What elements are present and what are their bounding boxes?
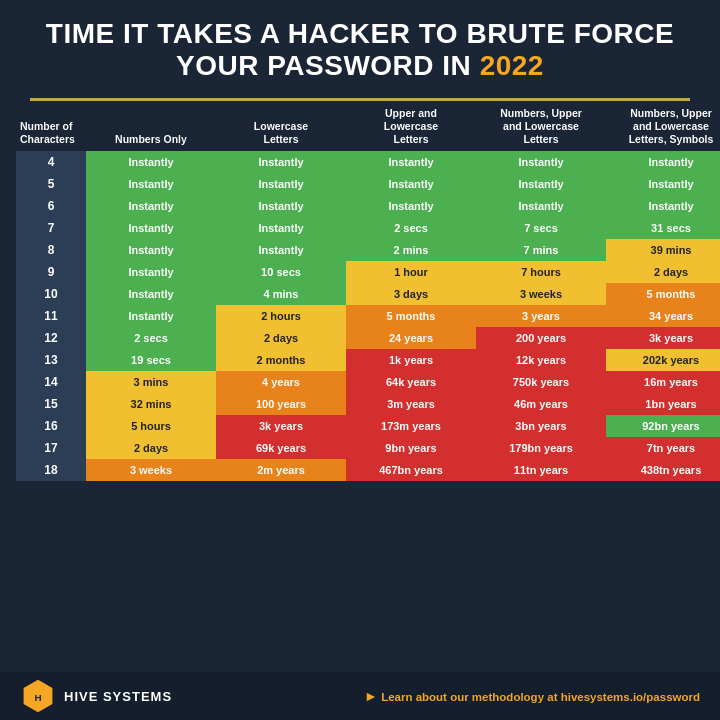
table-cell: 3bn years — [476, 415, 606, 437]
table-cell: Instantly — [86, 173, 216, 195]
brand-name: HIVE SYSTEMS — [64, 689, 172, 704]
table-cell: 1bn years — [606, 393, 720, 415]
table-cell: 3k years — [216, 415, 346, 437]
table-row-char: 12 — [16, 327, 86, 349]
table-cell: 2 days — [606, 261, 720, 283]
table-cell: 5 months — [606, 283, 720, 305]
table-cell: 3 weeks — [86, 459, 216, 481]
password-table: Number ofCharacters Numbers Only Lowerca… — [16, 101, 720, 481]
table-cell: Instantly — [86, 239, 216, 261]
table-row-char: 7 — [16, 217, 86, 239]
table-cell: 3m years — [346, 393, 476, 415]
table-cell: 3 days — [346, 283, 476, 305]
table-row-char: 6 — [16, 195, 86, 217]
table-cell: Instantly — [86, 151, 216, 173]
table-cell: 11tn years — [476, 459, 606, 481]
col-header-numbers: Numbers Only — [86, 101, 216, 151]
table-cell: 4 mins — [216, 283, 346, 305]
table-cell: 1 hour — [346, 261, 476, 283]
table-cell: 202k years — [606, 349, 720, 371]
table-cell: 750k years — [476, 371, 606, 393]
table-row-char: 8 — [16, 239, 86, 261]
cta-link[interactable]: hivesystems.io/password — [561, 691, 700, 703]
table-row-char: 13 — [16, 349, 86, 371]
header: TIME IT TAKES A HACKER TO BRUTE FORCE YO… — [0, 0, 720, 92]
table-cell: 467bn years — [346, 459, 476, 481]
table-cell: 2 secs — [346, 217, 476, 239]
table-cell: 7tn years — [606, 437, 720, 459]
table-cell: 3 years — [476, 305, 606, 327]
hive-logo: H HIVE SYSTEMS — [20, 678, 172, 714]
table-cell: Instantly — [476, 195, 606, 217]
table-row-char: 9 — [16, 261, 86, 283]
table-cell: 2m years — [216, 459, 346, 481]
table-cell: Instantly — [476, 151, 606, 173]
table-row-char: 17 — [16, 437, 86, 459]
table-cell: 2 secs — [86, 327, 216, 349]
footer-cta: ► Learn about our methodology at hivesys… — [364, 688, 700, 704]
table-cell: 69k years — [216, 437, 346, 459]
table-cell: 2 days — [86, 437, 216, 459]
table-cell: 16m years — [606, 371, 720, 393]
col-header-upper-lower: Upper andLowercaseLetters — [346, 101, 476, 151]
table-cell: 10 secs — [216, 261, 346, 283]
table-cell: 12k years — [476, 349, 606, 371]
table-cell: Instantly — [216, 239, 346, 261]
table-cell: Instantly — [216, 195, 346, 217]
arrow-icon: ► — [364, 688, 378, 704]
table-cell: Instantly — [346, 151, 476, 173]
table-cell: 31 secs — [606, 217, 720, 239]
table-cell: Instantly — [86, 261, 216, 283]
table-row-char: 14 — [16, 371, 86, 393]
table-cell: Instantly — [346, 195, 476, 217]
table-row-char: 5 — [16, 173, 86, 195]
table-row-char: 15 — [16, 393, 86, 415]
table-cell: 100 years — [216, 393, 346, 415]
table-cell: 438tn years — [606, 459, 720, 481]
col-header-lower: LowercaseLetters — [216, 101, 346, 151]
table-cell: 2 days — [216, 327, 346, 349]
table-cell: 7 secs — [476, 217, 606, 239]
table-cell: 2 hours — [216, 305, 346, 327]
svg-text:H: H — [34, 692, 41, 703]
table-cell: 32 mins — [86, 393, 216, 415]
table-cell: 2 months — [216, 349, 346, 371]
col-header-full: Numbers, Upperand LowercaseLetters, Symb… — [606, 101, 720, 151]
table-cell: 19 secs — [86, 349, 216, 371]
table-cell: 3 weeks — [476, 283, 606, 305]
col-header-chars: Number ofCharacters — [16, 101, 86, 151]
table-row-char: 4 — [16, 151, 86, 173]
col-header-num-upper-lower: Numbers, Upperand LowercaseLetters — [476, 101, 606, 151]
table-row-char: 16 — [16, 415, 86, 437]
table-cell: 7 hours — [476, 261, 606, 283]
table-cell: 4 years — [216, 371, 346, 393]
table-cell: 64k years — [346, 371, 476, 393]
table-cell: 1k years — [346, 349, 476, 371]
table-row-char: 18 — [16, 459, 86, 481]
table-cell: 200 years — [476, 327, 606, 349]
table-cell: 179bn years — [476, 437, 606, 459]
table-cell: 92bn years — [606, 415, 720, 437]
table-cell: 9bn years — [346, 437, 476, 459]
page-container: TIME IT TAKES A HACKER TO BRUTE FORCE YO… — [0, 0, 720, 720]
title-year: 2022 — [480, 50, 544, 81]
table-cell: Instantly — [216, 151, 346, 173]
table-cell: 5 months — [346, 305, 476, 327]
table-cell: 5 hours — [86, 415, 216, 437]
table-cell: Instantly — [86, 283, 216, 305]
table-row-char: 10 — [16, 283, 86, 305]
table-cell: Instantly — [216, 173, 346, 195]
table-cell: Instantly — [476, 173, 606, 195]
table-cell: 24 years — [346, 327, 476, 349]
hive-hex-icon: H — [20, 678, 56, 714]
table-cell: Instantly — [346, 173, 476, 195]
title-white: TIME IT TAKES A HACKER TO BRUTE FORCE YO… — [46, 18, 674, 81]
table-cell: 39 mins — [606, 239, 720, 261]
table-cell: 2 mins — [346, 239, 476, 261]
table-wrapper: Number ofCharacters Numbers Only Lowerca… — [0, 101, 720, 672]
table-cell: 173m years — [346, 415, 476, 437]
table-cell: Instantly — [86, 217, 216, 239]
table-cell: Instantly — [86, 305, 216, 327]
table-row-char: 11 — [16, 305, 86, 327]
table-cell: Instantly — [606, 173, 720, 195]
